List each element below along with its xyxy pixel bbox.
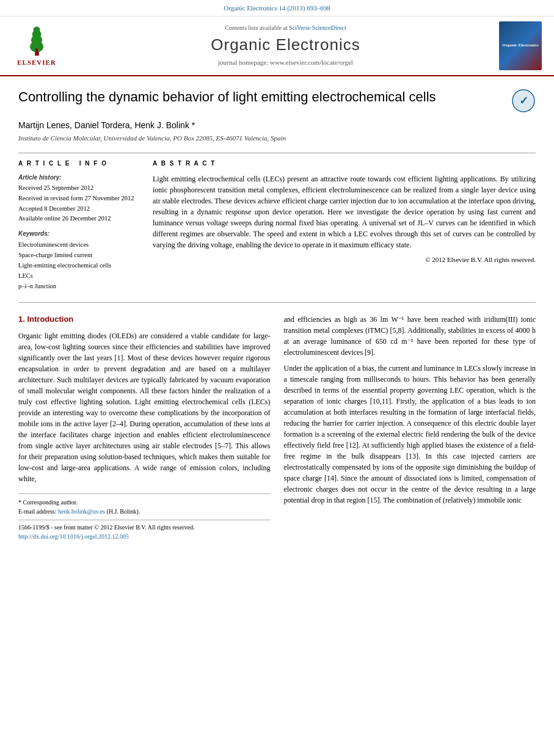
journal-title: Organic Electronics bbox=[72, 34, 499, 57]
available-date: Available online 26 December 2012 bbox=[18, 214, 140, 224]
journal-reference-text: Organic Electronics 14 (2013) 693–698 bbox=[224, 4, 330, 12]
keyword-1: Electroluminescent devices bbox=[18, 240, 140, 250]
journal-title-area: Contents lists available at SciVerse Sci… bbox=[72, 24, 499, 68]
journal-cover-image: Organic Electronics bbox=[499, 21, 542, 70]
journal-reference-bar: Organic Electronics 14 (2013) 693–698 bbox=[0, 0, 554, 16]
author-names: Martijn Lenes, Daniel Tordera, Henk J. B… bbox=[18, 120, 195, 130]
elsevier-logo: ELSEVIER bbox=[12, 23, 61, 68]
email-link[interactable]: henk.bolink@uv.es bbox=[58, 508, 105, 515]
journal-header: ELSEVIER Contents lists available at Sci… bbox=[0, 16, 554, 76]
body-left-column: 1. Introduction Organic light emitting d… bbox=[18, 314, 271, 541]
crossmark-icon: ✓ bbox=[511, 89, 536, 113]
paper-title: Controlling the dynamic behavior of ligh… bbox=[18, 89, 502, 106]
homepage-url: www.elsevier.com/locate/orgel bbox=[270, 59, 353, 66]
received1: Received 25 September 2012 bbox=[18, 184, 140, 193]
journal-homepage: journal homepage: www.elsevier.com/locat… bbox=[72, 58, 499, 68]
issn-line: 1566-1199/$ - see front matter © 2012 El… bbox=[18, 523, 271, 532]
keywords-section: Keywords: Electroluminescent devices Spa… bbox=[18, 230, 140, 291]
main-content: Controlling the dynamic behavior of ligh… bbox=[0, 76, 554, 553]
copyright: © 2012 Elsevier B.V. All rights reserved… bbox=[153, 255, 536, 265]
corresponding-author-note: * Corresponding author. bbox=[18, 498, 271, 507]
elsevier-tree-icon bbox=[20, 23, 54, 57]
paper-title-section: Controlling the dynamic behavior of ligh… bbox=[18, 89, 536, 113]
accepted-date: Accepted 8 December 2012 bbox=[18, 205, 140, 214]
body-content: 1. Introduction Organic light emitting d… bbox=[18, 314, 536, 541]
history-label: Article history: bbox=[18, 173, 140, 183]
intro-right-p1: and efficiencies as high as 36 lm W⁻¹ ha… bbox=[284, 314, 536, 358]
svg-text:✓: ✓ bbox=[519, 95, 528, 107]
elsevier-label: ELSEVIER bbox=[17, 58, 56, 68]
article-info-heading: A R T I C L E I N F O bbox=[18, 159, 140, 169]
sciverse-line: Contents lists available at SciVerse Sci… bbox=[72, 24, 499, 33]
keywords-label: Keywords: bbox=[18, 230, 140, 239]
email-suffix: (H.J. Bolink). bbox=[106, 508, 140, 515]
abstract-heading: A B S T R A C T bbox=[153, 159, 536, 169]
article-info-abstract-section: A R T I C L E I N F O Article history: R… bbox=[18, 153, 536, 291]
email-label: E-mail address: bbox=[18, 508, 56, 515]
affiliation: Instituto de Ciencia Molecular, Universi… bbox=[18, 134, 536, 144]
content-divider bbox=[18, 302, 536, 303]
corresponding-label: * Corresponding author. bbox=[18, 499, 78, 506]
homepage-label: journal homepage: bbox=[218, 59, 268, 66]
keyword-3: Light-emitting electrochemical cells bbox=[18, 261, 140, 271]
received2: Received in revised form 27 November 201… bbox=[18, 194, 140, 203]
body-right-column: and efficiencies as high as 36 lm W⁻¹ ha… bbox=[284, 314, 536, 541]
doi-line: http://dx.doi.org/10.1016/j.orgel.2012.1… bbox=[18, 532, 271, 541]
introduction-heading: 1. Introduction bbox=[18, 314, 271, 325]
footnote-area: * Corresponding author. E-mail address: … bbox=[18, 493, 271, 541]
article-info-column: A R T I C L E I N F O Article history: R… bbox=[18, 159, 140, 291]
abstract-text: Light emitting electrochemical cells (LE… bbox=[153, 173, 536, 250]
email-footnote: E-mail address: henk.bolink@uv.es (H.J. … bbox=[18, 507, 271, 516]
keyword-5: p–i–n Junction bbox=[18, 282, 140, 292]
authors: Martijn Lenes, Daniel Tordera, Henk J. B… bbox=[18, 119, 536, 131]
sciverse-prefix: Contents lists available at bbox=[225, 24, 287, 31]
intro-left-text: Organic light emitting diodes (OLEDs) ar… bbox=[18, 330, 271, 484]
abstract-column: A B S T R A C T Light emitting electroch… bbox=[153, 159, 536, 291]
keyword-2: Space-charge limited current bbox=[18, 250, 140, 261]
keyword-4: LECs bbox=[18, 271, 140, 282]
svg-point-4 bbox=[33, 27, 40, 34]
intro-right-p2: Under the application of a bias, the cur… bbox=[284, 363, 536, 506]
cover-text: Organic Electronics bbox=[502, 43, 539, 48]
svg-rect-5 bbox=[35, 49, 38, 53]
sciverse-link[interactable]: SciVerse ScienceDirect bbox=[289, 24, 346, 31]
doi-link[interactable]: http://dx.doi.org/10.1016/j.orgel.2012.1… bbox=[18, 533, 129, 540]
